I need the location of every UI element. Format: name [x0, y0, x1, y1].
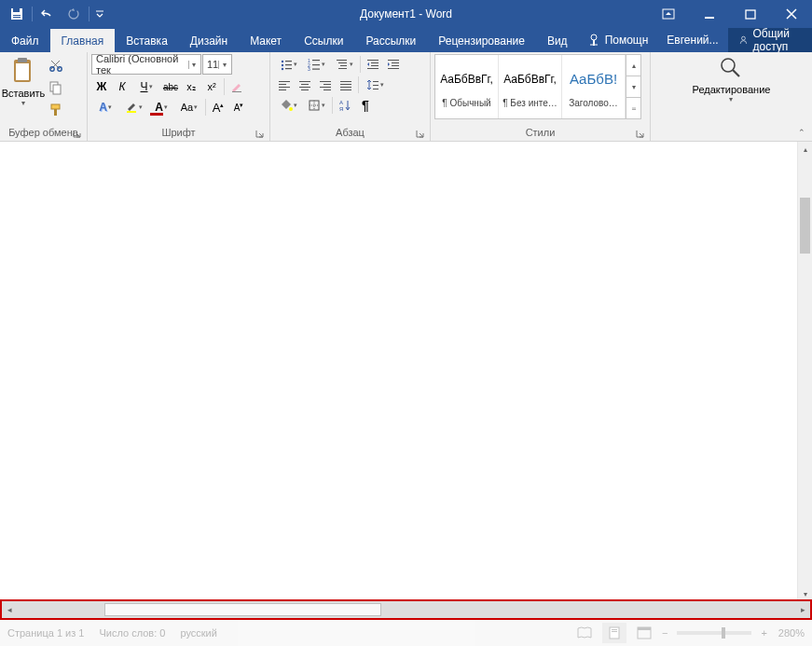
svg-rect-76 [612, 629, 617, 630]
svg-rect-37 [338, 62, 347, 63]
font-size-combo[interactable]: 11▾ [202, 54, 232, 75]
v-scroll-thumb[interactable] [800, 198, 810, 254]
tab-file[interactable]: Файл [0, 29, 50, 52]
status-language[interactable]: русский [180, 627, 216, 639]
highlight-button[interactable]: ▾ [119, 97, 147, 117]
minimize-button[interactable] [689, 0, 730, 28]
styles-expand[interactable]: ＝ [626, 98, 640, 118]
tell-me-button[interactable]: Помощн [579, 28, 658, 52]
zoom-out-button[interactable]: − [662, 627, 667, 639]
maximize-button[interactable] [730, 0, 771, 28]
styles-launcher[interactable] [633, 127, 646, 140]
paste-dropdown[interactable]: ▾ [21, 99, 25, 107]
shading-button[interactable]: ▾ [274, 95, 302, 116]
font-color-button[interactable]: A▾ [147, 97, 175, 117]
increase-indent-button[interactable] [383, 54, 404, 75]
zoom-in-button[interactable]: + [761, 627, 766, 639]
close-button[interactable] [771, 0, 812, 28]
status-page[interactable]: Страница 1 из 1 [7, 627, 84, 639]
tab-insert[interactable]: Вставка [115, 29, 179, 52]
h-scroll-right[interactable]: ▸ [795, 601, 810, 618]
chevron-down-icon[interactable]: ▾ [188, 61, 199, 69]
status-words[interactable]: Число слов: 0 [99, 627, 165, 639]
chevron-down-icon[interactable]: ▾ [218, 61, 229, 69]
zoom-slider[interactable] [677, 631, 751, 635]
bold-button[interactable]: Ж [91, 76, 112, 97]
format-painter-button[interactable] [45, 99, 67, 121]
bullets-button[interactable]: ▾ [274, 54, 302, 75]
italic-button[interactable]: К [112, 76, 132, 97]
justify-button[interactable] [336, 75, 356, 95]
qat-customize[interactable] [91, 0, 108, 28]
styles-scroll-up[interactable]: ▴ [626, 55, 640, 76]
undo-button[interactable] [34, 0, 61, 28]
collapse-ribbon-button[interactable]: ⌃ [795, 126, 808, 139]
document-area[interactable] [0, 142, 797, 601]
tab-layout[interactable]: Макет [239, 29, 293, 52]
borders-button[interactable]: ▾ [302, 95, 330, 116]
grow-font-button[interactable]: A▴ [208, 97, 228, 117]
svg-rect-36 [337, 60, 347, 61]
tab-mailings[interactable]: Рассылки [354, 29, 427, 52]
font-launcher[interactable] [253, 127, 266, 140]
editing-button[interactable]: Редактирование ▾ [685, 54, 778, 105]
h-scroll-thumb[interactable] [104, 603, 381, 616]
save-button[interactable] [4, 0, 30, 28]
v-scrollbar[interactable]: ▴ ▾ [797, 142, 812, 601]
user-button[interactable]: Евгений... [657, 28, 727, 52]
print-layout-button[interactable] [602, 623, 626, 643]
style-item-heading1[interactable]: АаБбВ! Заголово… [562, 55, 626, 118]
zoom-level[interactable]: 280% [778, 627, 805, 639]
text-effects-button[interactable]: A▾ [91, 97, 119, 117]
style-item-normal[interactable]: АаБбВвГг, ¶ Обычный [435, 55, 499, 118]
superscript-button[interactable]: x² [201, 76, 222, 97]
tab-design[interactable]: Дизайн [179, 29, 239, 52]
tab-references[interactable]: Ссылки [293, 29, 354, 52]
styles-gallery[interactable]: АаБбВвГг, ¶ Обычный АаБбВвГг, ¶ Без инте… [434, 54, 641, 119]
svg-rect-13 [16, 63, 29, 80]
svg-rect-57 [323, 84, 331, 85]
align-center-button[interactable] [295, 75, 315, 95]
tab-view[interactable]: Вид [536, 29, 579, 52]
read-mode-button[interactable] [572, 623, 597, 643]
styles-scroll-down[interactable]: ▾ [626, 76, 640, 98]
clear-formatting-button[interactable] [227, 76, 247, 97]
align-left-button[interactable] [274, 75, 295, 95]
style-item-no-spacing[interactable]: АаБбВвГг, ¶ Без инте… [499, 55, 562, 118]
cut-button[interactable] [45, 54, 67, 76]
line-spacing-button[interactable]: ▾ [361, 75, 389, 95]
align-right-button[interactable] [315, 75, 336, 95]
shrink-font-button[interactable]: A▾ [228, 97, 249, 117]
svg-rect-65 [373, 85, 378, 86]
h-scrollbar[interactable]: ◂ ▸ [0, 599, 812, 620]
h-scroll-left[interactable]: ◂ [2, 601, 17, 618]
svg-rect-50 [279, 87, 290, 88]
decrease-indent-button[interactable] [363, 54, 383, 75]
share-button[interactable]: Общий доступ [728, 28, 812, 52]
svg-rect-35 [312, 69, 320, 70]
clipboard-launcher[interactable] [70, 127, 83, 140]
numbering-button[interactable]: 123▾ [302, 54, 330, 75]
tab-home[interactable]: Главная [50, 29, 116, 52]
svg-rect-49 [279, 84, 286, 85]
redo-button[interactable] [61, 0, 87, 28]
underline-button[interactable]: Ч▾ [132, 76, 160, 97]
subscript-button[interactable]: x₂ [181, 76, 201, 97]
svg-rect-64 [373, 81, 378, 82]
sort-button[interactable]: AЯ [335, 95, 355, 116]
change-case-button[interactable]: Aa▾ [175, 97, 203, 117]
v-scroll-up[interactable]: ▴ [798, 142, 812, 157]
paragraph-launcher[interactable] [413, 127, 426, 140]
web-layout-button[interactable] [632, 623, 656, 643]
copy-button[interactable] [45, 76, 67, 99]
multilevel-list-button[interactable]: ▾ [330, 54, 358, 75]
paste-button[interactable]: Вставить ▾ [4, 54, 43, 107]
svg-text:A: A [339, 100, 343, 105]
svg-rect-44 [388, 60, 399, 61]
show-marks-button[interactable]: ¶ [355, 95, 376, 116]
ribbon-display-button[interactable] [648, 0, 689, 28]
strikethrough-button[interactable]: abc [160, 76, 181, 97]
font-name-combo[interactable]: Calibri (Основной тек▾ [91, 54, 201, 75]
svg-rect-46 [392, 65, 399, 66]
tab-review[interactable]: Рецензирование [427, 29, 536, 52]
